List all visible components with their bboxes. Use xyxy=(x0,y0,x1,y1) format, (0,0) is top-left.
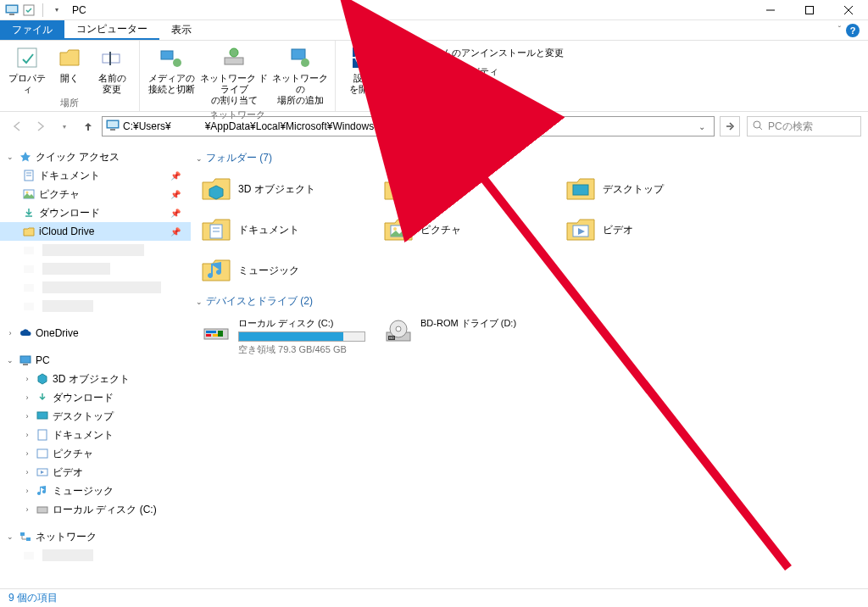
go-button[interactable] xyxy=(720,116,740,136)
system-properties-button[interactable]: システムのプロパティ xyxy=(385,63,567,80)
download-icon xyxy=(36,391,49,404)
chevron-down-icon[interactable]: ⌄ xyxy=(5,532,15,541)
nav-quick-access[interactable]: ⌄ クイック アクセス xyxy=(0,148,191,166)
nav-item-redacted[interactable] xyxy=(0,297,191,315)
nav-network[interactable]: ⌄ ネットワーク xyxy=(0,527,191,546)
maximize-button[interactable] xyxy=(790,0,829,20)
help-icon[interactable]: ? xyxy=(846,24,860,37)
nav-item-videos[interactable]: ›ビデオ xyxy=(0,463,191,482)
uninstall-programs-button[interactable]: プログラムのアンインストールと変更 xyxy=(385,44,567,61)
nav-item-pc-downloads[interactable]: ›ダウンロード xyxy=(0,388,191,407)
svg-rect-40 xyxy=(24,247,34,254)
open-button[interactable]: 開く xyxy=(49,42,90,84)
add-network-location-button[interactable]: ネットワークの 場所の追加 xyxy=(272,42,328,107)
folder-item[interactable]: ピクチャ xyxy=(376,209,559,250)
chevron-down-icon[interactable]: ⌄ xyxy=(5,356,15,365)
open-settings-button[interactable]: 設定 を開く xyxy=(342,42,383,95)
folder-icon xyxy=(201,214,231,245)
svg-rect-2 xyxy=(9,14,14,15)
map-drive-button[interactable]: ネットワーク ドライブ の割り当て xyxy=(198,42,270,107)
address-input[interactable] xyxy=(123,120,690,132)
svg-rect-15 xyxy=(292,49,305,59)
folder-label: ミュージック xyxy=(238,264,299,278)
folder-item[interactable]: 3D オブジェクト xyxy=(194,169,376,209)
nav-item-redacted[interactable] xyxy=(0,241,191,259)
manage-button[interactable]: 管理 xyxy=(385,81,567,98)
ribbon-tabs: ファイル コンピューター 表示 ˇ ? xyxy=(0,20,868,41)
content-pane: ⌄ フォルダー (7) 3D オブジェクトダウンローデスクトップドキュメントピク… xyxy=(191,141,868,588)
video-icon xyxy=(36,465,49,479)
folder-item[interactable]: ミュージック xyxy=(194,250,376,291)
tab-file[interactable]: ファイル xyxy=(0,20,64,40)
qat-dropdown-icon[interactable]: ▾ xyxy=(50,3,64,17)
music-icon xyxy=(36,484,49,498)
folder-label: ダウンロー xyxy=(420,182,471,197)
folder-icon xyxy=(565,174,596,204)
folder-icon xyxy=(383,174,414,204)
drive-item[interactable]: BDBD-ROM ドライブ (D:) xyxy=(376,312,559,361)
group-header-drives[interactable]: ⌄ デバイスとドライブ (2) xyxy=(194,291,865,312)
svg-rect-10 xyxy=(109,52,111,65)
folder-label: デスクトップ xyxy=(603,182,664,197)
nav-pc[interactable]: ⌄ PC xyxy=(0,351,191,370)
close-button[interactable] xyxy=(829,0,868,20)
nav-item-desktop[interactable]: ›デスクトップ xyxy=(0,407,191,426)
chevron-down-icon: ⌄ xyxy=(196,154,203,163)
drive-free-space: 空き領域 79.3 GB/465 GB xyxy=(238,343,365,356)
nav-item-downloads[interactable]: ダウンロード 📌 xyxy=(0,203,191,222)
svg-rect-50 xyxy=(37,507,47,513)
drive-item[interactable]: ローカル ディスク (C:)空き領域 79.3 GB/465 GB xyxy=(194,312,376,361)
nav-item-3d-objects[interactable]: ›3D オブジェクト xyxy=(0,370,191,388)
address-bar[interactable]: ⌄ xyxy=(102,116,715,136)
nav-item-redacted[interactable] xyxy=(0,278,191,297)
qat-properties-icon[interactable] xyxy=(22,3,36,17)
nav-item-icloud[interactable]: iCloud Drive 📌 xyxy=(0,222,191,241)
rename-button[interactable]: 名前の 変更 xyxy=(92,42,132,95)
svg-point-16 xyxy=(301,58,309,67)
ribbon-collapse-icon[interactable]: ˇ xyxy=(838,25,841,35)
nav-item-redacted[interactable] xyxy=(0,546,191,565)
nav-back-button[interactable] xyxy=(7,116,27,136)
tab-computer[interactable]: コンピューター xyxy=(64,20,159,40)
nav-up-button[interactable] xyxy=(78,116,98,136)
nav-item-redacted[interactable] xyxy=(0,259,191,278)
nav-item-documents[interactable]: ドキュメント 📌 xyxy=(0,166,191,185)
search-box[interactable]: PCの検索 xyxy=(747,116,861,136)
pin-icon: 📌 xyxy=(170,190,181,199)
chevron-down-icon[interactable]: ⌄ xyxy=(5,153,15,161)
star-icon xyxy=(19,150,32,164)
pc-icon xyxy=(5,3,19,17)
folder-item[interactable]: ダウンロー xyxy=(376,169,559,209)
properties-button[interactable]: プロパティ xyxy=(7,42,47,95)
svg-point-19 xyxy=(360,55,365,60)
nav-item-music[interactable]: ›ミュージック xyxy=(0,482,191,500)
nav-forward-button[interactable] xyxy=(31,116,51,136)
folder-icon xyxy=(201,255,231,286)
svg-rect-48 xyxy=(37,449,47,458)
ribbon-group-network: メディアの 接続と切断 ネットワーク ドライブ の割り当て ネットワークの 場所… xyxy=(140,41,336,111)
nav-item-local-disk[interactable]: ›ローカル ディスク (C:) xyxy=(0,500,191,519)
pin-icon: 📌 xyxy=(170,227,181,237)
folder-item[interactable]: デスクトップ xyxy=(559,169,741,209)
group-header-folders[interactable]: ⌄ フォルダー (7) xyxy=(194,148,865,169)
svg-point-32 xyxy=(754,121,760,128)
address-dropdown-icon[interactable]: ⌄ xyxy=(693,122,710,131)
drive-name: ローカル ディスク (C:) xyxy=(238,317,365,330)
nav-item-pc-pictures[interactable]: ›ピクチャ xyxy=(0,444,191,463)
cloud-icon xyxy=(19,326,32,340)
ribbon-group-location-label: 場所 xyxy=(60,95,79,112)
chevron-right-icon[interactable]: › xyxy=(5,329,15,337)
folder-item[interactable]: ドキュメント xyxy=(194,209,376,250)
document-icon xyxy=(36,428,49,442)
tab-view[interactable]: 表示 xyxy=(159,20,203,40)
nav-item-pictures[interactable]: ピクチャ 📌 xyxy=(0,185,191,203)
nav-recent-dropdown[interactable]: ▾ xyxy=(54,116,75,136)
nav-onedrive[interactable]: › OneDrive xyxy=(0,324,191,342)
minimize-button[interactable] xyxy=(751,0,790,20)
svg-rect-47 xyxy=(38,430,47,440)
media-connect-button[interactable]: メディアの 接続と切断 xyxy=(147,42,196,95)
svg-rect-11 xyxy=(161,51,173,59)
svg-rect-45 xyxy=(23,364,28,365)
folder-item[interactable]: ビデオ xyxy=(559,209,741,250)
nav-item-pc-documents[interactable]: ›ドキュメント xyxy=(0,426,191,444)
